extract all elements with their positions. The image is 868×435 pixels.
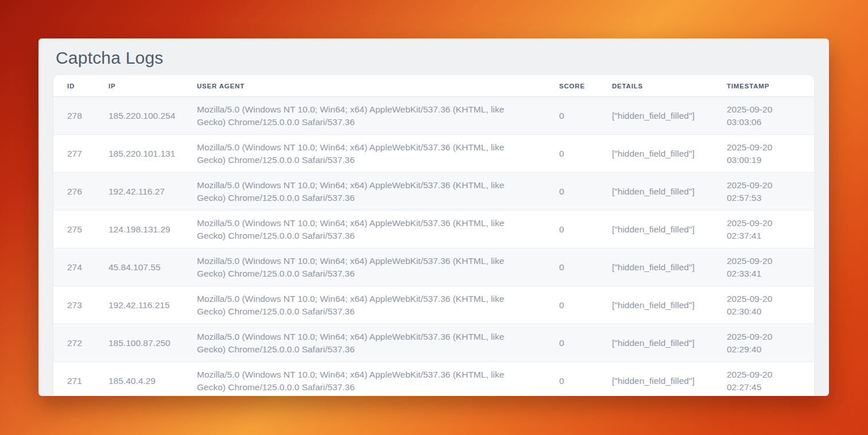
table-row: 271 185.40.4.29 Mozilla/5.0 (Windows NT …: [53, 362, 814, 396]
table-row: 273 192.42.116.215 Mozilla/5.0 (Windows …: [53, 286, 814, 324]
cell-score: 0: [545, 97, 598, 135]
cell-details: ["hidden_field_filled"]: [598, 135, 713, 173]
cell-score: 0: [545, 248, 598, 286]
cell-details: ["hidden_field_filled"]: [598, 248, 713, 286]
cell-user-agent: Mozilla/5.0 (Windows NT 10.0; Win64; x64…: [183, 324, 545, 362]
cell-score: 0: [545, 324, 598, 362]
cell-id: 278: [53, 97, 95, 135]
cell-score: 0: [545, 211, 598, 248]
cell-details: ["hidden_field_filled"]: [598, 97, 713, 135]
cell-timestamp: 2025-09-20 02:33:41: [713, 248, 814, 286]
column-header-details: DETAILS: [598, 75, 713, 97]
cell-timestamp: 2025-09-20 03:03:06: [713, 97, 814, 135]
captcha-logs-table: ID IP USER AGENT SCORE DETAILS TIMESTAMP…: [53, 75, 814, 396]
cell-timestamp: 2025-09-20 02:29:40: [713, 324, 814, 362]
column-header-score: SCORE: [545, 75, 598, 97]
cell-timestamp: 2025-09-20 02:27:45: [713, 362, 814, 396]
cell-ip: 192.42.116.215: [95, 286, 183, 324]
cell-ip: 185.100.87.250: [95, 324, 183, 362]
captcha-logs-card: Captcha Logs ID IP USER AGENT SCORE DETA…: [38, 38, 829, 396]
table-row: 276 192.42.116.27 Mozilla/5.0 (Windows N…: [53, 173, 814, 211]
cell-user-agent: Mozilla/5.0 (Windows NT 10.0; Win64; x64…: [183, 135, 545, 173]
cell-score: 0: [545, 362, 598, 396]
cell-details: ["hidden_field_filled"]: [598, 286, 713, 324]
cell-score: 0: [545, 286, 598, 324]
table-row: 278 185.220.100.254 Mozilla/5.0 (Windows…: [53, 97, 814, 135]
column-header-user-agent: USER AGENT: [183, 75, 545, 97]
page-background: { "page": { "title": "Captcha Logs" }, "…: [0, 0, 868, 435]
cell-id: 277: [53, 135, 95, 173]
cell-ip: 124.198.131.29: [95, 211, 183, 248]
cell-user-agent: Mozilla/5.0 (Windows NT 10.0; Win64; x64…: [183, 173, 545, 211]
cell-ip: 45.84.107.55: [95, 248, 183, 286]
page-title: Captcha Logs: [38, 38, 829, 75]
cell-timestamp: 2025-09-20 02:57:53: [713, 173, 814, 211]
table-row: 277 185.220.101.131 Mozilla/5.0 (Windows…: [53, 135, 814, 173]
cell-timestamp: 2025-09-20 02:30:40: [713, 286, 814, 324]
cell-timestamp: 2025-09-20 03:00:19: [713, 135, 814, 173]
cell-ip: 185.220.100.254: [95, 97, 183, 135]
table-row: 275 124.198.131.29 Mozilla/5.0 (Windows …: [53, 211, 814, 248]
table-header-row: ID IP USER AGENT SCORE DETAILS TIMESTAMP: [53, 75, 814, 97]
cell-details: ["hidden_field_filled"]: [598, 324, 713, 362]
cell-user-agent: Mozilla/5.0 (Windows NT 10.0; Win64; x64…: [183, 97, 545, 135]
cell-user-agent: Mozilla/5.0 (Windows NT 10.0; Win64; x64…: [183, 286, 545, 324]
cell-details: ["hidden_field_filled"]: [598, 173, 713, 211]
cell-user-agent: Mozilla/5.0 (Windows NT 10.0; Win64; x64…: [183, 362, 545, 396]
table-row: 274 45.84.107.55 Mozilla/5.0 (Windows NT…: [53, 248, 814, 286]
cell-user-agent: Mozilla/5.0 (Windows NT 10.0; Win64; x64…: [183, 248, 545, 286]
cell-ip: 185.40.4.29: [95, 362, 183, 396]
cell-id: 274: [53, 248, 95, 286]
cell-id: 275: [53, 211, 95, 248]
cell-ip: 185.220.101.131: [95, 135, 183, 173]
cell-timestamp: 2025-09-20 02:37:41: [713, 211, 814, 248]
cell-details: ["hidden_field_filled"]: [598, 211, 713, 248]
cell-ip: 192.42.116.27: [95, 173, 183, 211]
column-header-ip: IP: [95, 75, 183, 97]
cell-id: 273: [53, 286, 95, 324]
logs-table-container: ID IP USER AGENT SCORE DETAILS TIMESTAMP…: [53, 75, 814, 396]
cell-score: 0: [545, 173, 598, 211]
cell-score: 0: [545, 135, 598, 173]
column-header-timestamp: TIMESTAMP: [713, 75, 814, 97]
cell-id: 271: [53, 362, 95, 396]
cell-id: 272: [53, 324, 95, 362]
column-header-id: ID: [53, 75, 95, 97]
cell-details: ["hidden_field_filled"]: [598, 362, 713, 396]
cell-user-agent: Mozilla/5.0 (Windows NT 10.0; Win64; x64…: [183, 211, 545, 248]
table-row: 272 185.100.87.250 Mozilla/5.0 (Windows …: [53, 324, 814, 362]
cell-id: 276: [53, 173, 95, 211]
